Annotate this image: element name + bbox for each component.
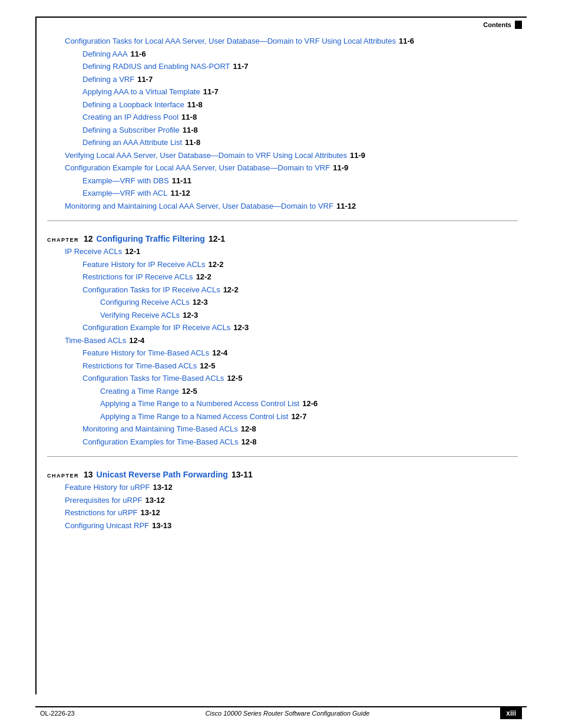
toc-entry: Creating an IP Address Pool11-8: [82, 111, 518, 123]
toc-page-num: 11-8: [185, 137, 200, 149]
toc-link[interactable]: Time-Based ACLs: [65, 335, 126, 347]
toc-page-num: 12-3: [193, 297, 208, 308]
toc-link[interactable]: Defining a Subscriber Profile: [82, 124, 180, 136]
toc-page-num: 11-9: [350, 150, 365, 162]
contents-block-icon: [515, 21, 522, 29]
toc-link[interactable]: Verifying Receive ACLs: [100, 309, 180, 321]
toc-page-num: 11-12: [336, 200, 356, 212]
toc-entry: Configuration Tasks for Local AAA Server…: [65, 35, 518, 47]
toc-entry: Monitoring and Maintaining Local AAA Ser…: [65, 200, 518, 212]
toc-link[interactable]: Restrictions for uRPF: [65, 507, 138, 519]
toc-page-num: 11-8: [181, 111, 197, 123]
toc-link[interactable]: Monitoring and Maintaining Local AAA Ser…: [65, 200, 333, 212]
top-border: [35, 17, 527, 18]
toc-page-num: 11-7: [203, 86, 219, 98]
toc-link[interactable]: Applying a Time Range to a Numbered Acce…: [100, 398, 299, 410]
toc-entry: Feature History for IP Receive ACLs12-2: [82, 259, 518, 271]
chapter-keyword: CHAPTER: [47, 237, 79, 243]
toc-link[interactable]: Example—VRF with ACL: [82, 187, 168, 199]
toc-entry: Time-Based ACLs12-4: [65, 335, 518, 347]
toc-page-num: 11-12: [171, 187, 190, 199]
toc-page-num: 11-11: [172, 175, 191, 187]
footer-page-number: xiii: [500, 707, 522, 719]
toc-page-num: 11-7: [137, 74, 153, 85]
chapter-title-link[interactable]: Configuring Traffic Filtering: [97, 234, 205, 243]
toc-page-num: 11-7: [233, 61, 249, 73]
toc-entry: Defining a Loopback Interface11-8: [82, 99, 518, 111]
toc-page-num: 12-8: [241, 436, 256, 448]
toc-entry: Configuration Tasks for Time-Based ACLs1…: [82, 373, 518, 384]
toc-page-num: 11-9: [333, 162, 348, 174]
chapter-keyword: CHAPTER: [47, 473, 79, 479]
toc-link[interactable]: Applying a Time Range to a Named Access …: [100, 411, 288, 423]
toc-link[interactable]: Configuration Tasks for Local AAA Server…: [65, 35, 396, 47]
toc-page-num: 12-2: [209, 259, 224, 271]
toc-link[interactable]: Restrictions for IP Receive ACLs: [82, 271, 193, 283]
toc-link[interactable]: Feature History for IP Receive ACLs: [82, 259, 206, 271]
chapter-page-num: 12-1: [209, 234, 225, 243]
footer-doc-id: OL-2226-23: [40, 710, 75, 717]
toc-link[interactable]: Creating a Time Range: [100, 386, 179, 397]
toc-link[interactable]: Configuration Example for Local AAA Serv…: [65, 162, 330, 174]
toc-link[interactable]: Creating an IP Address Pool: [82, 111, 178, 123]
toc-page-num: 13-12: [146, 495, 165, 506]
toc-page-num: 12-3: [233, 322, 249, 334]
toc-page-num: 11-6: [399, 35, 414, 47]
toc-entry: Configuring Unicast RPF13-13: [65, 520, 518, 532]
toc-link[interactable]: Monitoring and Maintaining Time-Based AC…: [82, 423, 238, 435]
toc-link[interactable]: Defining an AAA Attribute List: [82, 137, 182, 149]
toc-entry: Restrictions for uRPF13-12: [65, 507, 518, 519]
toc-link[interactable]: Configuration Tasks for IP Receive ACLs: [82, 284, 220, 296]
toc-entry: Verifying Receive ACLs12-3: [100, 309, 518, 321]
toc-entry: Defining a VRF11-7: [82, 74, 518, 85]
toc-entry: Applying a Time Range to a Numbered Acce…: [100, 398, 518, 410]
left-border: [35, 17, 37, 694]
chapter-page-num: 13-11: [232, 470, 253, 479]
toc-link[interactable]: Defining RADIUS and Enabling NAS-PORT: [82, 61, 230, 73]
chapter-separator: [47, 220, 518, 221]
toc-page-num: 12-6: [302, 398, 318, 410]
toc-page-num: 12-2: [196, 271, 211, 283]
toc-page-num: 12-1: [125, 246, 140, 258]
toc-link[interactable]: Feature History for uRPF: [65, 482, 150, 493]
chapter-title-link[interactable]: Unicast Reverse Path Forwarding: [97, 470, 228, 479]
toc-entry: Applying a Time Range to a Named Access …: [100, 411, 518, 423]
toc-entry: Monitoring and Maintaining Time-Based AC…: [82, 423, 518, 435]
chapter-separator: [47, 456, 518, 457]
contents-label: Contents: [483, 21, 522, 29]
toc-entry: Configuring Receive ACLs12-3: [100, 297, 518, 308]
toc-entry: Configuration Examples for Time-Based AC…: [82, 436, 518, 448]
toc-link[interactable]: Defining a VRF: [82, 74, 134, 85]
toc-link[interactable]: Feature History for Time-Based ACLs: [82, 347, 209, 359]
toc-link[interactable]: Configuring Unicast RPF: [65, 520, 149, 532]
toc-entry: Example—VRF with ACL11-12: [82, 187, 518, 199]
toc-link[interactable]: Configuring Receive ACLs: [100, 297, 190, 308]
toc-entry: Applying AAA to a Virtual Template11-7: [82, 86, 518, 98]
footer: OL-2226-23 Cisco 10000 Series Router Sof…: [40, 707, 522, 719]
toc-page-num: 13-12: [153, 482, 173, 493]
toc-page-num: 13-12: [141, 507, 160, 519]
toc-entry: IP Receive ACLs12-1: [65, 246, 518, 258]
toc-link[interactable]: IP Receive ACLs: [65, 246, 122, 258]
main-content: Configuration Tasks for Local AAA Server…: [47, 35, 518, 693]
toc-link[interactable]: Prerequisites for uRPF: [65, 495, 143, 506]
toc-link[interactable]: Applying AAA to a Virtual Template: [82, 86, 200, 98]
toc-page-num: 12-3: [183, 309, 198, 321]
toc-page-num: 12-5: [200, 360, 215, 372]
toc-link[interactable]: Configuration Example for IP Receive ACL…: [82, 322, 230, 334]
toc-link[interactable]: Example—VRF with DBS: [82, 175, 169, 187]
toc-entry: Configuration Example for IP Receive ACL…: [82, 322, 518, 334]
toc-link[interactable]: Configuration Examples for Time-Based AC…: [82, 436, 238, 448]
toc-entry: Feature History for Time-Based ACLs12-4: [82, 347, 518, 359]
toc-link[interactable]: Verifying Local AAA Server, User Databas…: [65, 150, 347, 162]
toc-link[interactable]: Restrictions for Time-Based ACLs: [82, 360, 197, 372]
toc-entry: Configuration Example for Local AAA Serv…: [65, 162, 518, 174]
toc-page-num: 12-5: [227, 373, 242, 384]
toc-page-num: 13-13: [152, 520, 171, 532]
chapter-row: CHAPTER13Unicast Reverse Path Forwarding…: [47, 470, 518, 479]
toc-link[interactable]: Configuration Tasks for Time-Based ACLs: [82, 373, 224, 384]
toc-page-num: 12-2: [223, 284, 239, 296]
toc-link[interactable]: Defining AAA: [82, 48, 128, 60]
toc-link[interactable]: Defining a Loopback Interface: [82, 99, 184, 111]
toc-page-num: 12-8: [241, 423, 256, 435]
